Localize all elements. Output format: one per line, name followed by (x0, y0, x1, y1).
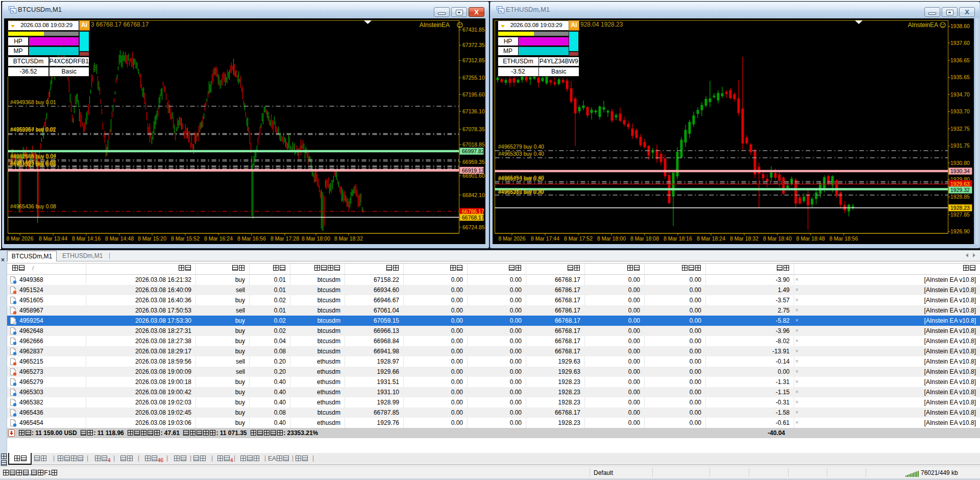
svg-text:#4965303 buy 0.40: #4965303 buy 0.40 (498, 151, 544, 157)
svg-text:8 Mar 18:24: 8 Mar 18:24 (697, 235, 725, 242)
svg-text:8 Mar 16:56: 8 Mar 16:56 (237, 235, 266, 242)
svg-text:8 Mar 18:48: 8 Mar 18:48 (796, 235, 825, 242)
svg-text:67078.35: 67078.35 (462, 126, 485, 132)
svg-text:8 Mar 15:20: 8 Mar 15:20 (138, 235, 166, 242)
svg-text:8 Mar 16:24: 8 Mar 16:24 (204, 235, 233, 242)
svg-text:1926.90: 1926.90 (950, 228, 970, 234)
svg-text:8 Mar 18:32: 8 Mar 18:32 (730, 235, 758, 242)
svg-text:1929.32: 1929.32 (950, 187, 970, 193)
svg-text:#4965273 sell 0.20: #4965273 sell 0.20 (498, 176, 544, 182)
svg-text:67136.10: 67136.10 (462, 108, 485, 114)
svg-text:67255.10: 67255.10 (462, 75, 485, 81)
svg-text:1928.23: 1928.23 (950, 205, 970, 211)
svg-text:#4965215 sell 0.20: #4965215 sell 0.20 (498, 189, 544, 195)
svg-text:8 Mar 18:00: 8 Mar 18:00 (302, 235, 330, 242)
svg-text:67195.60: 67195.60 (462, 91, 485, 98)
svg-text:1927.85: 1927.85 (950, 211, 970, 218)
svg-text:AInsteinEA: AInsteinEA (908, 21, 938, 29)
svg-text:66997.82: 66997.82 (462, 148, 484, 154)
svg-text:8 Mar 18:56: 8 Mar 18:56 (829, 235, 858, 242)
svg-text:1935.65: 1935.65 (950, 74, 970, 80)
svg-text:8 Mar 2026: 8 Mar 2026 (6, 235, 33, 242)
svg-text:66768.17: 66768.17 (462, 214, 484, 221)
svg-text:66959.35: 66959.35 (462, 159, 485, 165)
svg-text:928.04 1928.23: 928.04 1928.23 (580, 21, 623, 28)
svg-text:1930.34: 1930.34 (950, 168, 970, 174)
svg-text:67431.85: 67431.85 (462, 27, 485, 33)
svg-text:66842.10: 66842.10 (462, 192, 485, 198)
svg-text:67018.85: 67018.85 (462, 141, 485, 148)
svg-text:8 Mar 17:52: 8 Mar 17:52 (564, 235, 593, 242)
svg-text:8 Mar 14:16: 8 Mar 14:16 (72, 235, 101, 242)
svg-text:66919.12: 66919.12 (462, 167, 484, 174)
svg-text:3 66768.17 66768.17: 3 66768.17 66768.17 (91, 21, 149, 28)
svg-text:#4959254 buy 0.02: #4959254 buy 0.02 (10, 126, 56, 132)
svg-text:8 Mar 18:08: 8 Mar 18:08 (630, 235, 659, 242)
svg-text:8 Mar 2026: 8 Mar 2026 (498, 235, 525, 242)
svg-text:66724.85: 66724.85 (462, 224, 485, 230)
svg-text:AInsteinEA: AInsteinEA (420, 21, 450, 29)
svg-text:8 Mar 14:48: 8 Mar 14:48 (105, 235, 134, 242)
svg-text:1937.60: 1937.60 (950, 40, 970, 46)
svg-text:1932.75: 1932.75 (950, 126, 970, 132)
svg-text:66786.17: 66786.17 (462, 208, 484, 214)
svg-text:#4965436 buy 0.08: #4965436 buy 0.08 (10, 203, 56, 209)
svg-text:8 Mar 17:28: 8 Mar 17:28 (271, 235, 299, 242)
svg-text:1934.70: 1934.70 (950, 91, 970, 98)
svg-text:8 Mar 18:32: 8 Mar 18:32 (334, 235, 363, 242)
svg-text:8 Mar 18:16: 8 Mar 18:16 (664, 235, 692, 242)
svg-text:8 Mar 18:00: 8 Mar 18:00 (597, 235, 626, 242)
svg-text:1933.70: 1933.70 (950, 108, 970, 114)
svg-text:1938.60: 1938.60 (950, 23, 970, 29)
svg-text:67372.35: 67372.35 (462, 42, 485, 48)
svg-text:1931.75: 1931.75 (950, 142, 970, 149)
svg-text:1930.80: 1930.80 (950, 160, 970, 166)
svg-text:8 Mar 13:44: 8 Mar 13:44 (39, 235, 67, 242)
svg-text:#4949368 buy 0.01: #4949368 buy 0.01 (10, 99, 56, 105)
svg-text:8 Mar 15:52: 8 Mar 15:52 (171, 235, 200, 242)
svg-text:1928.85: 1928.85 (950, 194, 970, 200)
svg-text:8 Mar 17:44: 8 Mar 17:44 (531, 235, 559, 242)
svg-text:1929.63: 1929.63 (950, 181, 970, 187)
svg-text:#4965279 buy 0.40: #4965279 buy 0.40 (498, 143, 544, 150)
svg-text:67312.85: 67312.85 (462, 57, 485, 63)
svg-text:#4962837 buy 0.08: #4962837 buy 0.08 (10, 161, 56, 167)
svg-text:1936.65: 1936.65 (950, 57, 970, 63)
svg-text:8 Mar 18:40: 8 Mar 18:40 (763, 235, 792, 242)
